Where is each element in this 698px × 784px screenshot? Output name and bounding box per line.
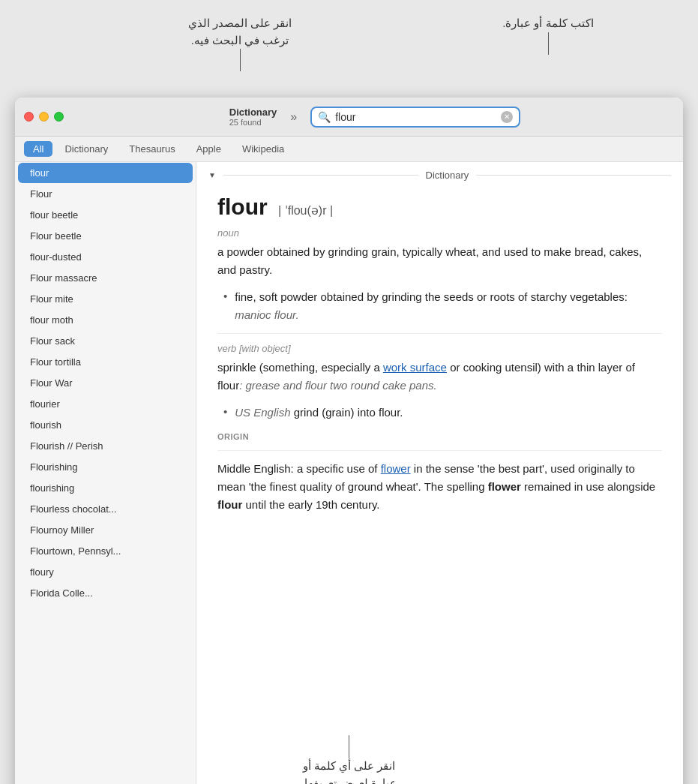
entry-sub2-text[interactable]: US English grind (grain) into flour. xyxy=(235,404,403,422)
sub2-pre: US English xyxy=(235,406,290,419)
entry-sub1: • fine, soft powder obtained by grinding… xyxy=(217,288,662,324)
source-title: Dictionary xyxy=(229,107,277,118)
annotation-click-text: انقر على أي كلمة أو عبارة لعرض تعريفها. xyxy=(15,758,683,784)
minimize-button[interactable] xyxy=(39,112,49,122)
tab-dictionary[interactable]: Dictionary xyxy=(55,141,117,157)
close-button[interactable] xyxy=(24,112,34,122)
sidebar-item-3[interactable]: Flour beetle xyxy=(18,226,193,246)
origin-text3: remained in use alongside xyxy=(521,480,655,493)
entry-def1[interactable]: a powder obtained by grinding grain, typ… xyxy=(217,243,662,279)
filter-tabs: All Dictionary Thesaurus Apple Wikipedia xyxy=(15,137,683,162)
source-info: Dictionary 25 found xyxy=(229,107,277,127)
source-selector[interactable]: Dictionary 25 found xyxy=(229,107,277,127)
app-wrapper: انقر على المصدر الذي ترغب في البحث فيه. … xyxy=(15,15,683,784)
sidebar-item-5[interactable]: Flour massacre xyxy=(18,268,193,288)
section-title: Dictionary xyxy=(426,170,469,181)
tab-thesaurus[interactable]: Thesaurus xyxy=(120,141,184,157)
bullet-1: • xyxy=(223,290,227,324)
sidebar-item-14[interactable]: Flourishing xyxy=(18,457,193,477)
maximize-button[interactable] xyxy=(54,112,64,122)
entry-pos-verb: verb [with object] xyxy=(217,343,662,354)
entry-pos-noun: noun xyxy=(217,227,662,239)
sidebar-item-0[interactable]: flour xyxy=(18,163,193,183)
search-icon: 🔍 xyxy=(318,111,331,123)
section-line-right xyxy=(476,175,671,176)
sidebar-item-19[interactable]: floury xyxy=(18,562,193,582)
entry-word: flour xyxy=(217,194,268,219)
traffic-lights xyxy=(24,112,64,122)
sidebar-item-11[interactable]: flourier xyxy=(18,394,193,414)
sidebar-item-1[interactable]: Flour xyxy=(18,184,193,204)
sidebar-item-16[interactable]: Flourless chocolat... xyxy=(18,499,193,519)
origin-pre: Middle English: a specific use of xyxy=(217,462,381,475)
tab-all[interactable]: All xyxy=(24,141,52,157)
main-window: Dictionary 25 found » 🔍 ✕ All Dictionary… xyxy=(15,98,683,784)
entry-pronunciation: | ˈflou(ə)r | xyxy=(278,204,333,217)
annotation-source-text: انقر على المصدر الذي ترغب في البحث فيه. xyxy=(165,15,315,49)
sub1-plain: fine, soft powder obtained by grinding t… xyxy=(235,290,628,303)
expand-button[interactable]: » xyxy=(286,109,301,125)
divider-2 xyxy=(217,450,662,451)
tab-wikipedia[interactable]: Wikipedia xyxy=(233,141,293,157)
sidebar: flourFlourflour beetleFlour beetleflour-… xyxy=(15,162,196,784)
origin-link[interactable]: flower xyxy=(381,462,411,475)
search-clear-button[interactable]: ✕ xyxy=(501,111,513,123)
bullet-2: • xyxy=(223,405,227,422)
sub1-italic: manioc flour. xyxy=(235,308,298,321)
titlebar-center: Dictionary 25 found » 🔍 ✕ xyxy=(76,107,674,128)
sidebar-item-4[interactable]: flour-dusted xyxy=(18,247,193,267)
section-arrow[interactable]: ▼ xyxy=(208,171,216,179)
sidebar-item-13[interactable]: Flourish // Perish xyxy=(18,436,193,456)
section-header: ▼ Dictionary xyxy=(196,162,683,187)
main-content: ▼ Dictionary flour | ˈflou(ə)r | noun a … xyxy=(196,162,683,784)
sidebar-item-18[interactable]: Flourtown, Pennsyl... xyxy=(18,541,193,561)
def2-pre: sprinkle (something, especially a xyxy=(217,361,383,374)
search-bar: 🔍 ✕ xyxy=(310,107,520,128)
entry-sub2: • US English grind (grain) into flour. xyxy=(217,404,662,422)
entry-header: flour | ˈflou(ə)r | xyxy=(217,194,662,220)
entry-def2[interactable]: sprinkle (something, especially a work s… xyxy=(217,359,662,395)
def2-link[interactable]: work surface xyxy=(383,361,447,374)
sidebar-item-20[interactable]: Florida Colle... xyxy=(18,583,193,603)
sidebar-item-8[interactable]: Flour sack xyxy=(18,331,193,351)
sidebar-item-15[interactable]: flourishing xyxy=(18,478,193,498)
entry-sub1-text[interactable]: fine, soft powder obtained by grinding t… xyxy=(235,288,662,324)
sidebar-item-9[interactable]: Flour tortilla xyxy=(18,352,193,372)
annotation-search-text: اكتب كلمة أو عبارة. xyxy=(473,15,623,32)
sub2-text: grind (grain) into flour. xyxy=(290,406,403,419)
tab-apple[interactable]: Apple xyxy=(187,141,230,157)
divider-1 xyxy=(217,333,662,334)
source-count: 25 found xyxy=(229,118,262,127)
search-input[interactable] xyxy=(335,111,496,123)
annotation-search: اكتب كلمة أو عبارة. xyxy=(473,15,623,55)
sidebar-item-10[interactable]: Flour War xyxy=(18,373,193,393)
def2-italic: : grease and flour two round cake pans. xyxy=(239,379,437,392)
sidebar-item-12[interactable]: flourish xyxy=(18,415,193,435)
origin-bold2: flour xyxy=(217,498,242,511)
sidebar-item-2[interactable]: flour beetle xyxy=(18,205,193,225)
origin-label: ORIGIN xyxy=(217,432,662,441)
origin-text4: until the early 19th century. xyxy=(242,498,379,511)
sidebar-item-6[interactable]: Flour mite xyxy=(18,289,193,309)
section-line-left xyxy=(223,175,418,176)
origin-text[interactable]: Middle English: a specific use of flower… xyxy=(217,460,662,514)
annotation-source: انقر على المصدر الذي ترغب في البحث فيه. xyxy=(165,15,315,71)
sidebar-item-17[interactable]: Flournoy Miller xyxy=(18,520,193,540)
annotation-click: انقر على أي كلمة أو عبارة لعرض تعريفها. xyxy=(15,735,683,784)
sidebar-item-7[interactable]: flour moth xyxy=(18,310,193,330)
origin-bold1: flower xyxy=(488,480,521,493)
titlebar: Dictionary 25 found » 🔍 ✕ xyxy=(15,98,683,137)
window-body: flourFlourflour beetleFlour beetleflour-… xyxy=(15,162,683,784)
entry-area: flour | ˈflou(ə)r | noun a powder obtain… xyxy=(196,187,683,529)
